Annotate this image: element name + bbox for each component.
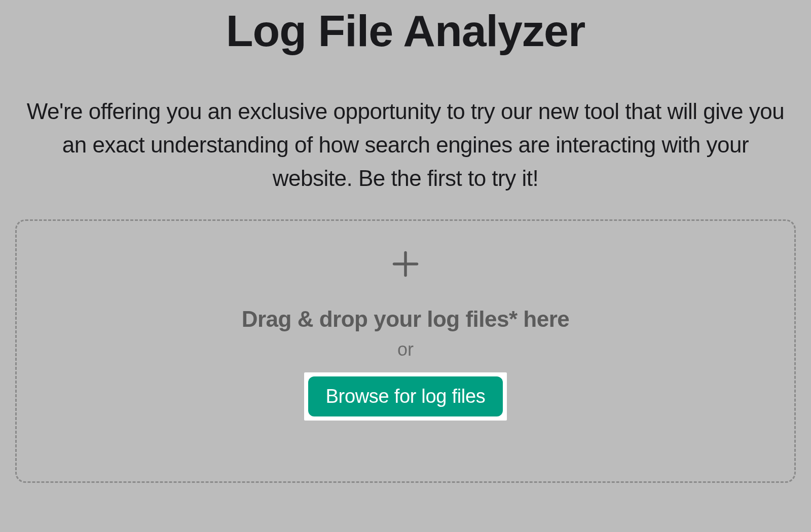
drag-drop-label: Drag & drop your log files* here	[242, 307, 570, 332]
page-description: We're offering you an exclusive opportun…	[15, 95, 796, 195]
or-separator: or	[397, 339, 414, 360]
file-dropzone[interactable]: Drag & drop your log files* here or Brow…	[15, 219, 796, 483]
main-container: Log File Analyzer We're offering you an …	[15, 5, 796, 483]
plus-icon	[390, 249, 421, 281]
button-highlight-wrapper: Browse for log files	[304, 372, 506, 421]
page-title: Log File Analyzer	[15, 5, 796, 57]
browse-files-button[interactable]: Browse for log files	[308, 376, 502, 416]
